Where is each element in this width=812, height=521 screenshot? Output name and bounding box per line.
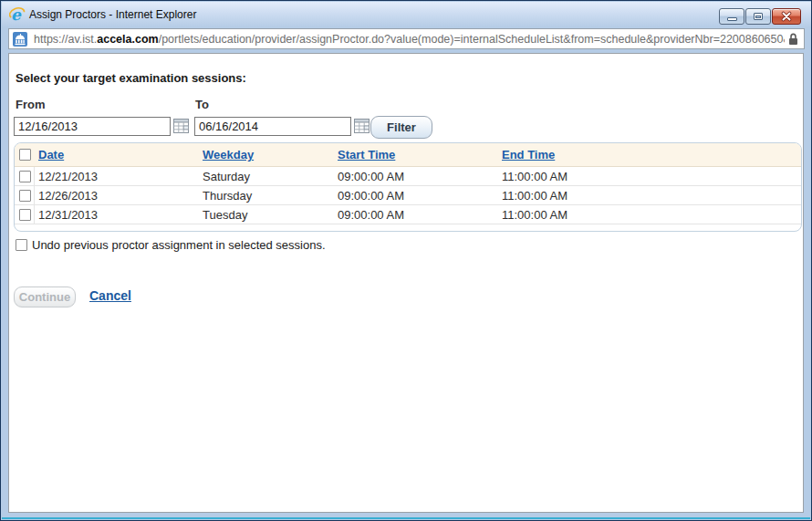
cell-weekday: Thursday bbox=[203, 189, 252, 203]
sessions-table: Date Weekday Start Time End Time 12/21/2… bbox=[14, 142, 802, 232]
undo-assignment-checkbox[interactable] bbox=[16, 239, 27, 251]
page-content: Select your target examination sessions:… bbox=[8, 53, 804, 513]
url-path: /portlets/education/provider/assignProct… bbox=[159, 33, 785, 46]
row-checkbox[interactable] bbox=[19, 209, 31, 221]
row-checkbox[interactable] bbox=[19, 190, 31, 202]
column-header-end-time[interactable]: End Time bbox=[502, 148, 555, 162]
close-icon bbox=[781, 11, 792, 22]
cell-start-time: 09:00:00 AM bbox=[338, 189, 404, 203]
select-all-checkbox[interactable] bbox=[19, 149, 31, 161]
calendar-icon[interactable] bbox=[354, 119, 370, 133]
url-prefix: https://av.ist. bbox=[34, 33, 97, 46]
ie-popup-window: e Assign Proctors - Internet Explorer bbox=[0, 0, 812, 521]
row-checkbox[interactable] bbox=[19, 171, 31, 182]
cancel-link[interactable]: Cancel bbox=[89, 288, 131, 303]
cell-weekday: Tuesday bbox=[203, 208, 247, 222]
from-label: From bbox=[16, 98, 46, 111]
table-row: 12/21/2013 Saturday 09:00:00 AM 11:00:00… bbox=[15, 167, 801, 186]
cell-start-time: 09:00:00 AM bbox=[338, 170, 404, 183]
table-row: 12/31/2013 Tuesday 09:00:00 AM 11:00:00 … bbox=[15, 205, 801, 224]
to-date-input[interactable] bbox=[194, 117, 351, 136]
url-text[interactable]: https://av.ist.accela.com/portlets/educa… bbox=[34, 33, 785, 46]
cell-end-time: 11:00:00 AM bbox=[502, 170, 567, 183]
minimize-button[interactable] bbox=[719, 8, 744, 25]
cell-start-time: 09:00:00 AM bbox=[338, 208, 404, 222]
table-header-row: Date Weekday Start Time End Time bbox=[15, 143, 801, 167]
column-divider bbox=[34, 167, 35, 185]
column-header-start-time[interactable]: Start Time bbox=[338, 148, 395, 162]
building-icon bbox=[13, 32, 27, 47]
table-row: 12/26/2013 Thursday 09:00:00 AM 11:00:00… bbox=[15, 186, 801, 205]
window-title: Assign Proctors - Internet Explorer bbox=[29, 8, 196, 21]
title-bar[interactable]: e Assign Proctors - Internet Explorer bbox=[2, 2, 812, 27]
from-date-input[interactable] bbox=[14, 117, 171, 136]
cell-end-time: 11:00:00 AM bbox=[502, 208, 567, 222]
minimize-icon bbox=[727, 17, 737, 21]
ie-logo-icon: e bbox=[9, 6, 26, 23]
cell-date: 12/26/2013 bbox=[38, 189, 98, 203]
lock-icon bbox=[788, 33, 798, 46]
maximize-button[interactable] bbox=[745, 8, 771, 25]
undo-assignment-label: Undo previous proctor assignment in sele… bbox=[32, 238, 326, 252]
column-header-weekday[interactable]: Weekday bbox=[203, 148, 254, 162]
page-title: Select your target examination sessions: bbox=[16, 71, 246, 85]
close-button[interactable] bbox=[772, 8, 801, 25]
cell-date: 12/31/2013 bbox=[38, 208, 98, 222]
filter-button[interactable]: Filter bbox=[370, 116, 432, 139]
url-domain: accela.com bbox=[97, 33, 158, 46]
maximize-icon bbox=[754, 13, 763, 20]
cell-weekday: Saturday bbox=[203, 170, 250, 183]
cell-date: 12/21/2013 bbox=[38, 170, 98, 183]
column-divider bbox=[34, 205, 35, 224]
cell-end-time: 11:00:00 AM bbox=[502, 189, 567, 203]
calendar-icon[interactable] bbox=[173, 119, 189, 133]
column-header-date[interactable]: Date bbox=[38, 148, 64, 162]
to-label: To bbox=[195, 98, 209, 111]
address-bar[interactable]: https://av.ist.accela.com/portlets/educa… bbox=[8, 28, 805, 49]
column-divider bbox=[34, 186, 35, 204]
continue-button[interactable]: Continue bbox=[14, 287, 76, 307]
